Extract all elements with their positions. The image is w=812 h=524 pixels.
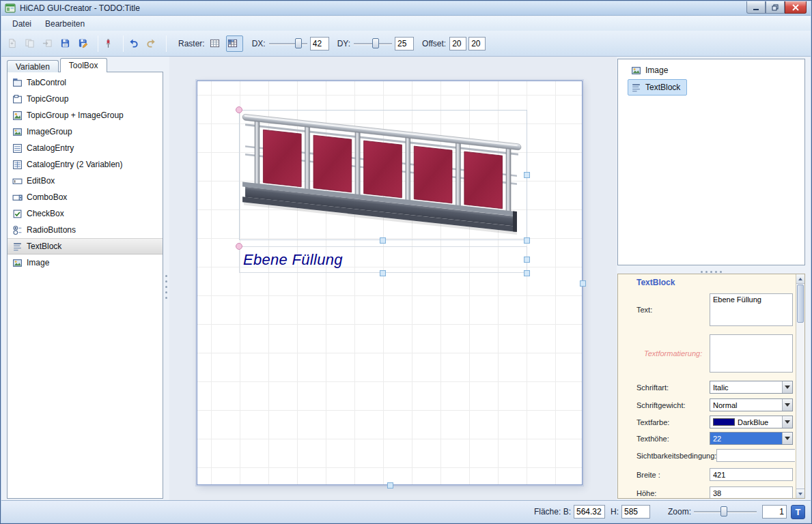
dy-input[interactable] xyxy=(395,37,414,50)
toolbox-item-image[interactable]: Image xyxy=(8,254,163,271)
text-tool-button[interactable]: T xyxy=(791,505,805,519)
toolbox-item-textblock[interactable]: TextBlock xyxy=(8,238,163,254)
topicgroup-icon xyxy=(12,94,23,104)
dx-slider-thumb[interactable] xyxy=(295,38,302,48)
toolbox-item-catalogentry-2-variablen[interactable]: CatalogEntry (2 Variablen) xyxy=(8,156,163,173)
scroll-up-button[interactable] xyxy=(796,274,804,284)
arrow-up-icon xyxy=(798,278,802,280)
close-button[interactable] xyxy=(785,1,807,14)
menu-bar: Datei Bearbeiten xyxy=(1,16,811,31)
tab-toolbox[interactable]: ToolBox xyxy=(60,58,107,72)
texthoehe-select[interactable]: 22 xyxy=(710,432,793,445)
toolbox-item-radiobuttons[interactable]: RadioButtons xyxy=(8,222,163,238)
flaeche-h-input[interactable] xyxy=(621,505,650,519)
import-button[interactable] xyxy=(41,35,58,52)
textblock-anchor-handle[interactable] xyxy=(236,243,242,250)
zoom-slider-thumb[interactable] xyxy=(720,506,727,516)
dy-slider[interactable] xyxy=(354,38,392,50)
toolbox-item-combobox[interactable]: ComboBox xyxy=(8,189,163,205)
toolbox-item-imagegroup[interactable]: ImageGroup xyxy=(8,123,163,140)
restore-button[interactable] xyxy=(766,1,785,14)
properties-scrollbar[interactable] xyxy=(796,274,804,498)
combobox-icon xyxy=(12,192,23,203)
elements-panel: ImageTextBlock xyxy=(617,59,805,265)
right-splitter[interactable] xyxy=(617,265,805,274)
toolbox-item-checkbox[interactable]: CheckBox xyxy=(8,205,163,222)
page-resize-handle-right[interactable] xyxy=(580,280,586,287)
toolbar-separator xyxy=(98,35,98,52)
toolbox-item-label: TopicGroup xyxy=(27,94,68,104)
new-button[interactable] xyxy=(5,35,23,52)
properties-form: TextBlock Text: Ebene Füllung Textformat… xyxy=(618,274,795,498)
textfarbe-select[interactable]: DarkBlue xyxy=(710,416,793,428)
toolbox-item-catalogentry[interactable]: CatalogEntry xyxy=(8,140,163,156)
element-item-image[interactable]: Image xyxy=(628,62,675,78)
toolbox-item-label: ImageGroup xyxy=(27,127,72,136)
hoehe-input[interactable] xyxy=(710,486,793,498)
schriftart-select[interactable]: Italic xyxy=(710,381,793,394)
color-swatch xyxy=(713,418,735,426)
toolbox-item-topicgroup[interactable]: TopicGroup xyxy=(8,91,163,107)
scrollbar-thumb[interactable] xyxy=(797,285,804,323)
toolbox-item-label: CheckBox xyxy=(27,209,64,218)
toolbox-item-tabcontrol[interactable]: TabControl xyxy=(8,74,163,91)
save-button[interactable] xyxy=(59,35,76,52)
menu-item-datei[interactable]: Datei xyxy=(5,17,38,31)
image-resize-handle-bottom[interactable] xyxy=(380,237,386,244)
redo-button[interactable] xyxy=(145,35,162,52)
textblock-resize-handle-corner[interactable] xyxy=(524,270,530,276)
page-resize-handle-bottom[interactable] xyxy=(387,482,393,489)
radiobuttons-icon xyxy=(12,225,23,235)
undo-button[interactable] xyxy=(127,35,144,52)
offset-y-input[interactable] xyxy=(468,37,486,50)
image-icon xyxy=(12,258,23,268)
dy-slider-thumb[interactable] xyxy=(372,38,379,48)
pin-button[interactable] xyxy=(102,35,119,52)
toolbox-item-editbox[interactable]: EditBox xyxy=(8,173,163,189)
close-icon xyxy=(792,4,799,11)
textblock-text: Ebene Füllung xyxy=(240,251,343,269)
design-canvas: Ebene Füllung xyxy=(169,57,617,500)
offset-x-input[interactable] xyxy=(449,37,466,50)
schriftgewicht-select[interactable]: Normal xyxy=(710,398,793,411)
design-page[interactable]: Ebene Füllung xyxy=(197,81,583,485)
menu-item-bearbeiten[interactable]: Bearbeiten xyxy=(38,17,92,31)
save-as-icon xyxy=(78,38,88,48)
snap-grid-button[interactable] xyxy=(226,35,243,52)
dropdown-arrow-icon xyxy=(782,381,792,393)
image-element[interactable] xyxy=(239,110,527,240)
scroll-down-button[interactable] xyxy=(796,489,804,498)
window-controls xyxy=(746,1,807,14)
schriftart-value: Italic xyxy=(713,383,729,392)
image-resize-handle-corner[interactable] xyxy=(524,237,530,244)
image-anchor-handle[interactable] xyxy=(236,106,242,113)
image-resize-handle-right[interactable] xyxy=(524,172,530,178)
textformat-input[interactable] xyxy=(710,334,793,373)
zoom-input[interactable] xyxy=(762,505,787,519)
element-item-textblock[interactable]: TextBlock xyxy=(628,79,687,96)
properties-panel: TextBlock Text: Ebene Füllung Textformat… xyxy=(617,274,805,499)
toolbox-item-topicgroup-imagegroup[interactable]: TopicGroup + ImageGroup xyxy=(8,107,163,123)
dx-input[interactable] xyxy=(310,37,329,50)
text-input[interactable]: Ebene Füllung xyxy=(710,293,793,326)
arrow-down-icon xyxy=(798,493,802,495)
zoom-slider[interactable] xyxy=(694,506,757,518)
grid-button[interactable] xyxy=(208,35,225,52)
flaeche-b-input[interactable] xyxy=(574,505,605,519)
title-bar: HiCAD GUI-Creator - TODO:Title xyxy=(1,1,811,16)
tab-variablen[interactable]: Variablen xyxy=(7,60,59,72)
save-as-button[interactable] xyxy=(76,35,94,52)
textblock-resize-handle-bottom[interactable] xyxy=(380,270,386,276)
breite-input[interactable] xyxy=(710,468,793,481)
left-splitter[interactable] xyxy=(163,72,169,499)
toolbar: Raster: DX: DY: Offset: xyxy=(1,31,811,57)
dx-slider[interactable] xyxy=(269,38,307,50)
breite-label: Breite : xyxy=(618,468,710,481)
textblock-element[interactable]: Ebene Füllung xyxy=(239,246,527,273)
minimize-button[interactable] xyxy=(746,1,766,14)
sichtbarkeit-input[interactable] xyxy=(716,449,795,462)
toolbox-list: TabControlTopicGroupTopicGroup + ImageGr… xyxy=(8,74,163,271)
editbox-icon xyxy=(12,176,23,186)
textblock-resize-handle-right[interactable] xyxy=(524,257,530,263)
copy-button[interactable] xyxy=(23,35,40,52)
